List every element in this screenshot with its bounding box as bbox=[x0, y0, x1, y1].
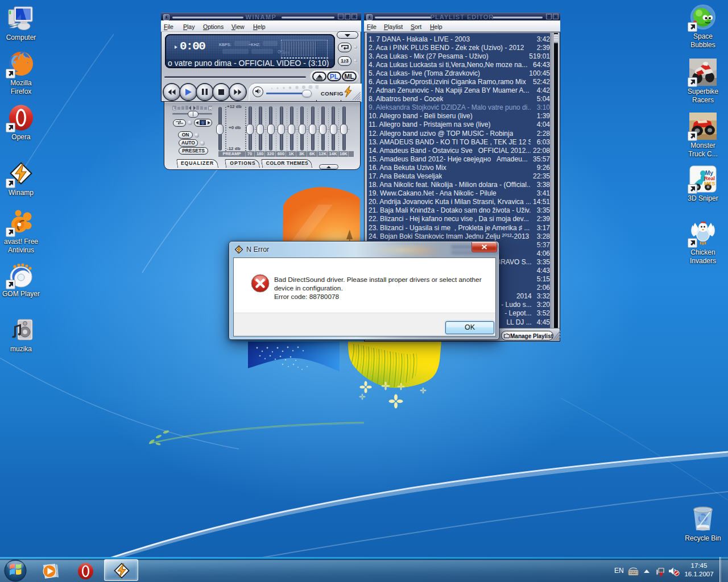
svg-text:R: R bbox=[209, 106, 212, 111]
svg-text:L: L bbox=[173, 106, 176, 111]
svg-text:MES: MES bbox=[704, 181, 715, 186]
